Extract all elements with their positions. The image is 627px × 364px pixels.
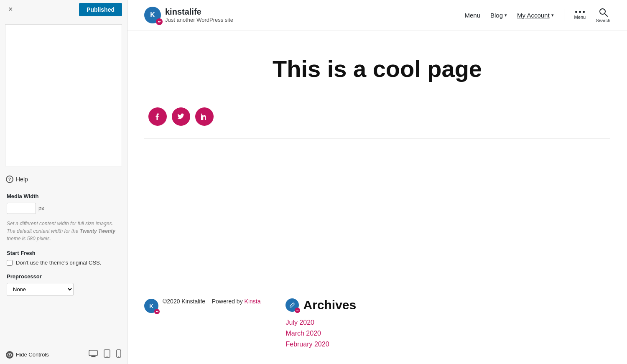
social-icons <box>144 107 610 126</box>
my-account-chevron-icon: ▾ <box>551 13 554 18</box>
device-icons <box>89 349 121 360</box>
footer-logo-letter: K <box>149 303 153 309</box>
right-panel: K ✏ kinstalife Just another WordPress si… <box>127 0 627 364</box>
preprocessor-select[interactable]: None LESS SCSS Sass <box>7 283 74 296</box>
my-account-nav-dropdown: My Account ▾ <box>517 12 554 19</box>
preview-area <box>5 24 122 166</box>
archives-pencil: ✏ <box>295 308 300 313</box>
top-bar: × Published <box>0 0 127 19</box>
archives-title: Archives <box>303 298 356 312</box>
start-fresh-label: Start Fresh <box>7 250 120 256</box>
close-button[interactable]: × <box>5 3 16 15</box>
my-account-nav-link[interactable]: My Account <box>517 12 550 19</box>
footer-logo: K ✏ <box>144 299 158 313</box>
start-fresh-checkbox[interactable] <box>7 260 13 266</box>
media-width-label: Media Width <box>7 193 120 199</box>
archives-edit-icon: ✏ <box>285 298 299 312</box>
start-fresh-checkbox-label: Don't use the theme's original CSS. <box>16 260 101 266</box>
tablet-icon[interactable] <box>104 349 110 360</box>
search-icon <box>598 7 608 17</box>
blog-chevron-icon: ▾ <box>505 13 507 18</box>
media-width-input[interactable] <box>7 203 36 214</box>
help-icon: ? <box>6 176 13 183</box>
footer-edit-pencil: ✏ <box>154 309 160 314</box>
controls-section: Media Width px Set a different content w… <box>0 187 127 345</box>
dot-2 <box>579 11 581 13</box>
blog-nav-dropdown: Blog ▾ <box>490 12 507 19</box>
left-panel: × Published ? Help Media Width px Set a … <box>0 0 127 364</box>
help-label: Help <box>16 176 28 183</box>
extra-menu-label: Menu <box>574 15 586 20</box>
kinsta-link[interactable]: Kinsta <box>245 298 261 305</box>
preprocessor-label: Preprocessor <box>7 273 120 280</box>
site-branding: K ✏ kinstalife Just another WordPress si… <box>144 7 233 23</box>
search-label: Search <box>596 18 610 23</box>
published-button[interactable]: Published <box>79 3 122 16</box>
page-title: This is a cool page <box>144 56 610 82</box>
archive-link-july[interactable]: July 2020 <box>285 319 610 326</box>
footer-left: K ✏ ©2020 Kinstalife – Powered by Kinsta <box>144 298 260 351</box>
svg-point-8 <box>118 356 119 357</box>
archive-link-february[interactable]: February 2020 <box>285 341 610 348</box>
svg-rect-4 <box>91 356 96 357</box>
extra-menu-button[interactable]: Menu <box>574 11 586 20</box>
nav-right: Menu Blog ▾ My Account ▾ Menu <box>465 7 611 23</box>
px-unit-label: px <box>38 205 44 211</box>
svg-point-6 <box>107 356 107 357</box>
menu-nav-link[interactable]: Menu <box>465 12 481 19</box>
logo-letter: K <box>150 11 155 19</box>
media-width-description: Set a different content width for full s… <box>7 220 120 242</box>
site-name-wrap: kinstalife Just another WordPress site <box>165 7 233 23</box>
divider <box>144 138 610 139</box>
media-width-wrap: px <box>7 203 120 214</box>
mobile-icon[interactable] <box>116 349 121 360</box>
main-content: This is a cool page <box>127 31 627 285</box>
site-footer: K ✏ ©2020 Kinstalife – Powered by Kinsta… <box>127 285 627 364</box>
dot-1 <box>575 11 577 13</box>
svg-point-1 <box>9 354 10 355</box>
svg-rect-2 <box>89 350 97 356</box>
copyright-text: ©2020 Kinstalife – Powered by <box>163 298 245 305</box>
search-icon-button[interactable]: Search <box>596 7 610 23</box>
linkedin-icon[interactable] <box>195 107 214 126</box>
hide-controls-label: Hide Controls <box>16 351 49 358</box>
bottom-bar: Hide Controls <box>0 345 127 364</box>
theme-name: Twenty Twenty <box>80 228 115 234</box>
dots-icon <box>575 11 585 13</box>
desktop-icon[interactable] <box>89 350 98 359</box>
help-row[interactable]: ? Help <box>0 171 127 187</box>
archives-header: ✏ Archives <box>285 298 610 312</box>
site-tagline: Just another WordPress site <box>165 17 233 23</box>
footer-right: ✏ Archives July 2020 March 2020 February… <box>285 298 610 351</box>
facebook-icon[interactable] <box>148 107 167 126</box>
logo-edit-pencil: ✏ <box>156 18 163 25</box>
svg-line-10 <box>604 14 607 17</box>
site-logo: K ✏ <box>144 7 161 23</box>
start-fresh-row: Don't use the theme's original CSS. <box>7 260 120 266</box>
footer-text: ©2020 Kinstalife – Powered by Kinsta <box>163 298 260 305</box>
blog-nav-link[interactable]: Blog <box>490 12 503 19</box>
archive-link-march[interactable]: March 2020 <box>285 330 610 337</box>
site-header: K ✏ kinstalife Just another WordPress si… <box>127 0 627 31</box>
site-name: kinstalife <box>165 7 233 17</box>
twitter-icon[interactable] <box>172 107 190 126</box>
dot-3 <box>583 11 585 13</box>
eye-icon <box>6 351 13 359</box>
nav-divider <box>564 9 564 21</box>
hide-controls-button[interactable]: Hide Controls <box>6 351 49 359</box>
